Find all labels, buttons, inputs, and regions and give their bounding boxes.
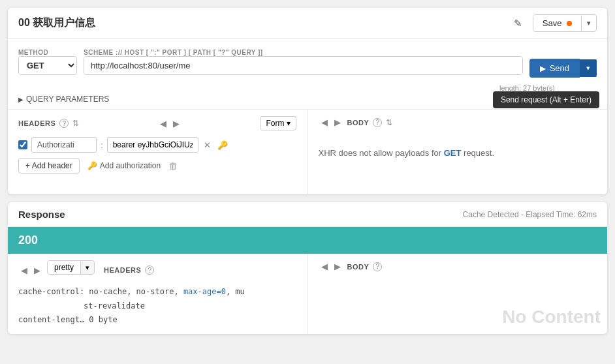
header-row: : ✕ 🔑 [18, 137, 297, 153]
resp-headers-nav-left[interactable]: ◀ [18, 264, 30, 277]
resp-body-info-icon[interactable]: ? [373, 262, 382, 271]
response-section: Response Cache Detected - Elapsed Time: … [8, 202, 607, 334]
response-body-panel: ◀ ▶ BODY ? No Content [308, 254, 608, 334]
body-info-icon[interactable]: ? [373, 118, 382, 127]
body-title: BODY [347, 119, 370, 127]
add-header-button[interactable]: + Add header [18, 158, 80, 174]
header-cache-control-cont: st-revalidate [18, 299, 297, 314]
form-chevron-icon: ▾ [287, 119, 291, 128]
header-content-length: content-lengt… 0 byte [18, 313, 297, 327]
query-params-toggle[interactable]: ▶ QUERY PARAMETERS [18, 95, 109, 104]
send-button-group: ▶ Send ▾ [529, 59, 597, 78]
save-button-group: Save ▾ [533, 14, 597, 32]
method-label: METHOD [18, 49, 77, 56]
header-key-input[interactable] [31, 137, 97, 153]
status-code-bar: 200 [8, 227, 607, 254]
header-value-input[interactable] [107, 137, 198, 153]
resp-body-nav-right[interactable]: ▶ [332, 260, 343, 273]
send-button[interactable]: ▶ Send [529, 59, 580, 78]
header-enabled-checkbox[interactable] [18, 140, 27, 149]
body-message: XHR does not allow payloads for GET requ… [319, 135, 597, 171]
edit-icon-button[interactable]: ✎ [510, 16, 526, 31]
header-cache-control: cache-control: no-cache, no-store, max-a… [18, 285, 297, 299]
save-button[interactable]: Save [533, 15, 581, 31]
delete-row-button[interactable]: 🗑 [168, 160, 178, 171]
response-headers-panel: ◀ ▶ pretty ▾ HEADERS ? cache-control: no… [8, 254, 308, 334]
header-key-icon[interactable]: 🔑 [216, 139, 229, 151]
query-chevron-icon: ▶ [18, 96, 24, 103]
method-select[interactable]: GET POST PUT DELETE [19, 57, 76, 74]
elapsed-time: Cache Detected - Elapsed Time: 62ms [463, 210, 597, 219]
headers-panel: HEADERS ? ⇅ ◀ ▶ Form ▾ : [8, 110, 308, 194]
resp-body-title: BODY [347, 263, 370, 271]
url-input[interactable] [84, 57, 522, 74]
pretty-button[interactable]: pretty [48, 261, 80, 274]
page-title: 00 获取用户信息 [18, 16, 95, 30]
headers-title: HEADERS [18, 119, 55, 127]
resp-headers-nav-right[interactable]: ▶ [31, 264, 43, 277]
headers-info-icon[interactable]: ? [59, 119, 69, 128]
pretty-chevron-button[interactable]: ▾ [80, 262, 94, 274]
send-tooltip: Send request (Alt + Enter) [493, 91, 599, 108]
url-scheme-label: SCHEME :// HOST [ ":" PORT ] [ PATH [ "?… [84, 49, 523, 56]
resp-headers-info-icon[interactable]: ? [145, 265, 154, 275]
body-nav-left[interactable]: ◀ [319, 116, 330, 129]
auth-key-icon: 🔑 [87, 161, 97, 170]
send-icon: ▶ [540, 64, 546, 73]
response-title: Response [18, 209, 65, 220]
resp-body-nav-left[interactable]: ◀ [319, 260, 330, 273]
body-nav-right[interactable]: ▶ [332, 116, 343, 129]
save-dot-indicator [567, 21, 572, 26]
form-select-button[interactable]: Form ▾ [260, 116, 296, 130]
header-colon-separator: : [101, 140, 103, 150]
headers-sort-icon[interactable]: ⇅ [72, 119, 79, 128]
headers-nav-right[interactable]: ▶ [170, 117, 182, 130]
pretty-select: pretty ▾ [47, 260, 95, 275]
body-sort-icon[interactable]: ⇅ [386, 118, 392, 127]
resp-headers-content: cache-control: no-cache, no-store, max-a… [18, 285, 297, 327]
add-authorization-button[interactable]: 🔑 Add authorization [87, 161, 161, 170]
body-panel: ◀ ▶ BODY ? ⇅ XHR does not allow payloads… [308, 110, 608, 194]
no-content-watermark: No Content [502, 307, 601, 327]
headers-nav-left[interactable]: ◀ [157, 117, 169, 130]
save-dropdown-button[interactable]: ▾ [581, 16, 596, 31]
resp-headers-title: HEADERS [104, 266, 141, 274]
header-clear-icon[interactable]: ✕ [202, 139, 212, 151]
send-dropdown-button[interactable]: ▾ [580, 59, 597, 77]
